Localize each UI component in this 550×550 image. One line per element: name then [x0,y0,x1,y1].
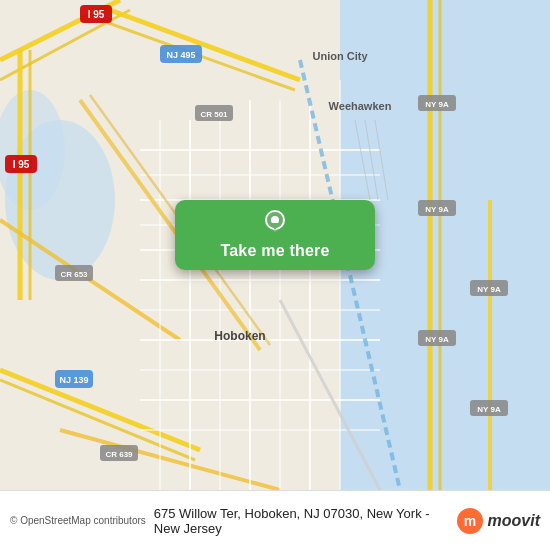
svg-text:I 95: I 95 [13,159,30,170]
svg-text:NY 9A: NY 9A [425,100,449,109]
osm-credit-area: © OpenStreetMap contributors [10,515,146,526]
moovit-logo: m moovit [456,507,540,535]
map-pin-icon [261,210,289,238]
svg-text:NJ 139: NJ 139 [59,375,88,385]
moovit-wordmark: moovit [488,512,540,530]
svg-text:NY 9A: NY 9A [425,335,449,344]
svg-text:NJ 495: NJ 495 [166,50,195,60]
svg-text:CR 501: CR 501 [200,110,228,119]
osm-credit-text: © OpenStreetMap contributors [10,515,146,526]
svg-text:Hoboken: Hoboken [214,329,265,343]
svg-text:I 95: I 95 [88,9,105,20]
svg-text:NY 9A: NY 9A [477,285,501,294]
svg-text:NY 9A: NY 9A [477,405,501,414]
map-area: I 95 NJ 495 I 95 CR 501 CR 653 NJ 139 CR… [0,0,550,490]
svg-text:CR 639: CR 639 [105,450,133,459]
take-me-there-button[interactable]: Take me there [175,200,375,270]
svg-text:m: m [463,513,475,529]
svg-text:CR 653: CR 653 [60,270,88,279]
address-text: 675 Willow Ter, Hoboken, NJ 07030, New Y… [146,506,456,536]
svg-text:NY 9A: NY 9A [425,205,449,214]
take-me-there-label: Take me there [220,242,329,260]
svg-text:Weehawken: Weehawken [329,100,392,112]
footer-bar: © OpenStreetMap contributors 675 Willow … [0,490,550,550]
svg-text:Union City: Union City [313,50,369,62]
moovit-icon: m [456,507,484,535]
